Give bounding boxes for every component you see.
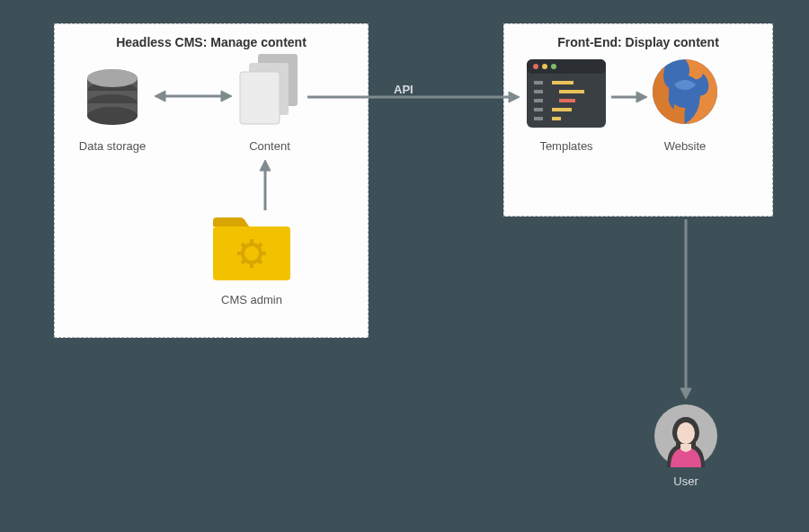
arrow-api-to-frontend xyxy=(307,89,520,105)
user-label: User xyxy=(654,474,717,488)
svg-point-6 xyxy=(87,107,138,125)
arrow-website-to-user xyxy=(678,219,694,399)
svg-point-25 xyxy=(551,64,556,69)
svg-line-17 xyxy=(242,244,245,247)
svg-rect-11 xyxy=(213,226,290,280)
svg-rect-27 xyxy=(534,90,543,93)
frontend-title: Front-End: Display content xyxy=(504,35,772,49)
svg-marker-41 xyxy=(155,91,165,102)
svg-rect-10 xyxy=(240,72,280,124)
svg-marker-44 xyxy=(260,160,271,171)
content-documents-icon xyxy=(238,54,301,133)
svg-marker-46 xyxy=(509,92,520,102)
svg-marker-48 xyxy=(636,92,647,102)
svg-marker-50 xyxy=(680,388,691,399)
svg-point-39 xyxy=(677,422,695,444)
api-label: API xyxy=(394,83,413,96)
svg-line-20 xyxy=(258,244,262,247)
data-storage-label: Data storage xyxy=(67,139,157,153)
arrow-db-content-bidirectional xyxy=(155,88,232,104)
cms-admin-label: CMS admin xyxy=(211,293,292,306)
svg-rect-29 xyxy=(534,108,543,111)
content-label: Content xyxy=(234,139,306,153)
svg-rect-28 xyxy=(534,99,543,102)
svg-point-23 xyxy=(533,64,538,69)
user-avatar-icon xyxy=(654,404,717,467)
svg-rect-35 xyxy=(552,117,561,120)
svg-rect-33 xyxy=(559,99,575,102)
svg-rect-22 xyxy=(527,59,606,74)
svg-point-7 xyxy=(87,69,138,87)
svg-line-18 xyxy=(258,260,262,263)
browser-firefox-icon xyxy=(647,54,723,129)
arrow-cmsadmin-to-content xyxy=(257,160,273,210)
arrow-templates-to-website xyxy=(611,89,647,105)
svg-rect-34 xyxy=(552,108,572,111)
templates-label: Templates xyxy=(524,139,609,153)
svg-marker-42 xyxy=(221,91,232,102)
templates-code-editor-icon xyxy=(527,59,606,128)
svg-rect-32 xyxy=(559,90,584,93)
cms-admin-folder-icon xyxy=(211,216,292,283)
svg-point-24 xyxy=(542,64,547,69)
database-icon xyxy=(81,67,144,130)
svg-rect-31 xyxy=(552,81,573,84)
svg-line-19 xyxy=(242,260,245,263)
website-label: Website xyxy=(647,139,723,153)
svg-rect-26 xyxy=(534,81,543,84)
headless-cms-title: Headless CMS: Manage content xyxy=(55,35,368,49)
svg-rect-30 xyxy=(534,117,543,120)
